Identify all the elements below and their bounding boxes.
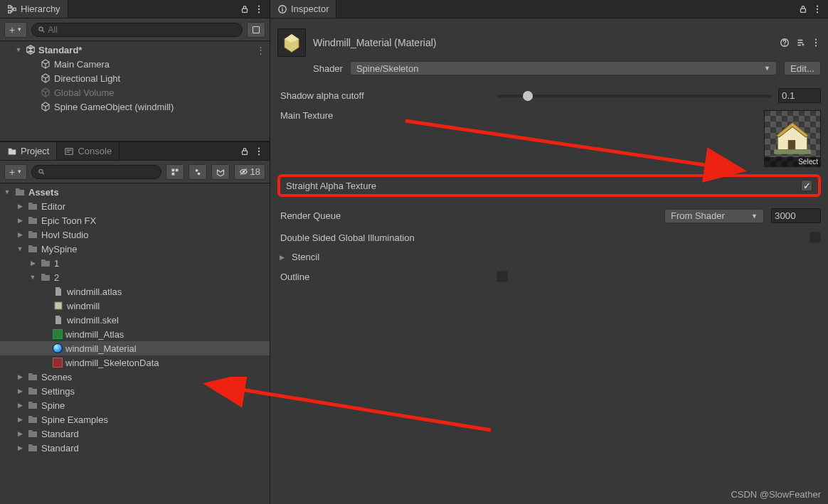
chevron-right-icon[interactable]: ▶ bbox=[16, 430, 24, 437]
assets-root-row[interactable]: ▼ Assets bbox=[0, 185, 270, 199]
shader-value: Spine/Skeleton bbox=[356, 63, 418, 74]
hierarchy-icon bbox=[7, 4, 17, 14]
project-item-label: MySpine bbox=[41, 244, 78, 254]
project-tab-bar: Project Console bbox=[0, 142, 270, 161]
hierarchy-item-label: Global Volume bbox=[54, 87, 115, 98]
hidden-button[interactable]: 18 bbox=[234, 164, 265, 180]
project-item[interactable]: ▶Scenes bbox=[0, 370, 270, 384]
project-item[interactable]: ▶Spine bbox=[0, 398, 270, 412]
shader-dropdown[interactable]: Spine/Skeleton ▼ bbox=[350, 61, 777, 75]
project-item-label: windmill_Atlas bbox=[65, 329, 124, 340]
svg-point-26 bbox=[817, 11, 818, 13]
project-item[interactable]: windmill bbox=[0, 299, 270, 313]
project-search[interactable] bbox=[31, 165, 161, 179]
chevron-right-icon[interactable]: ▶ bbox=[16, 203, 24, 210]
render-queue-input[interactable] bbox=[771, 208, 821, 223]
folder-icon bbox=[27, 200, 38, 212]
main-texture-slot[interactable]: Select bbox=[764, 110, 821, 167]
straight-alpha-checkbox[interactable]: ✓ bbox=[801, 180, 812, 191]
watermark: CSDN @SlowFeather bbox=[731, 489, 821, 500]
project-item[interactable]: windmill.skel bbox=[0, 313, 270, 327]
more-icon[interactable] bbox=[254, 146, 264, 156]
chevron-right-icon[interactable]: ▶ bbox=[16, 444, 24, 451]
project-item[interactable]: ▶1 bbox=[0, 256, 270, 270]
more-icon[interactable] bbox=[811, 38, 821, 48]
chevron-down-icon[interactable]: ▼ bbox=[3, 188, 11, 195]
add-button[interactable]: +▼ bbox=[4, 164, 27, 180]
svg-rect-23 bbox=[801, 9, 806, 12]
search-by-type-button[interactable] bbox=[166, 164, 184, 180]
add-button[interactable]: +▼ bbox=[4, 22, 27, 38]
tab-console[interactable]: Console bbox=[57, 142, 120, 160]
hierarchy-item[interactable]: Main Camera bbox=[0, 57, 270, 71]
shadow-cutoff-slider[interactable] bbox=[498, 95, 771, 97]
edit-button[interactable]: Edit... bbox=[784, 61, 821, 75]
gameobject-icon bbox=[40, 87, 51, 98]
project-item[interactable]: windmill.atlas bbox=[0, 284, 270, 299]
material-thumbnail[interactable] bbox=[277, 28, 306, 57]
project-item[interactable]: windmill_Material bbox=[0, 341, 270, 355]
more-icon[interactable] bbox=[812, 4, 822, 14]
chevron-down-icon[interactable]: ▼ bbox=[16, 245, 24, 252]
tab-hierarchy[interactable]: Hierarchy bbox=[0, 0, 68, 18]
tab-project[interactable]: Project bbox=[0, 142, 57, 160]
search-by-label-button[interactable] bbox=[189, 164, 207, 180]
gameobject-icon bbox=[40, 101, 51, 112]
project-item[interactable]: ▶Spine Examples bbox=[0, 412, 270, 427]
render-queue-dropdown[interactable]: From Shader ▼ bbox=[664, 209, 764, 223]
lock-icon[interactable] bbox=[240, 146, 250, 156]
double-sided-label: Double Sided Global Illumination bbox=[277, 232, 802, 243]
hierarchy-search[interactable] bbox=[31, 23, 243, 37]
chevron-right-icon[interactable]: ▶ bbox=[277, 254, 286, 261]
stencil-section[interactable]: ▶ Stencil bbox=[277, 247, 821, 267]
scene-row[interactable]: ▼ Standard* ⋮ bbox=[0, 43, 270, 57]
help-icon[interactable] bbox=[780, 38, 790, 48]
tab-console-label: Console bbox=[78, 146, 112, 156]
project-item-label: 1 bbox=[54, 258, 59, 269]
search-scope-button[interactable] bbox=[247, 22, 265, 38]
tab-hierarchy-label: Hierarchy bbox=[21, 4, 60, 14]
project-item[interactable]: ▶Standard bbox=[0, 427, 270, 441]
prefab-icon bbox=[53, 300, 64, 311]
project-item[interactable]: ▶Settings bbox=[0, 384, 270, 398]
shadow-cutoff-input[interactable] bbox=[778, 88, 821, 103]
chevron-right-icon[interactable]: ▶ bbox=[16, 231, 24, 238]
chevron-down-icon[interactable]: ▼ bbox=[28, 274, 37, 281]
tab-project-label: Project bbox=[21, 146, 49, 156]
project-item[interactable]: ▶Editor bbox=[0, 199, 270, 213]
lock-icon[interactable] bbox=[240, 4, 250, 14]
project-item[interactable]: windmill_Atlas bbox=[0, 327, 270, 341]
project-search-input[interactable] bbox=[48, 167, 154, 177]
more-icon[interactable] bbox=[254, 4, 264, 14]
chevron-right-icon[interactable]: ▶ bbox=[16, 387, 24, 395]
scene-menu-icon[interactable]: ⋮ bbox=[256, 45, 265, 55]
project-item[interactable]: ▼MySpine bbox=[0, 242, 270, 256]
lock-icon[interactable] bbox=[798, 4, 808, 14]
outline-checkbox[interactable] bbox=[497, 271, 508, 282]
hierarchy-search-input[interactable] bbox=[48, 25, 236, 35]
project-item[interactable]: ▶Epic Toon FX bbox=[0, 213, 270, 227]
chevron-right-icon[interactable]: ▶ bbox=[16, 416, 24, 423]
atlas-icon bbox=[53, 329, 63, 339]
save-search-button[interactable] bbox=[211, 164, 230, 180]
hierarchy-item[interactable]: Spine GameObject (windmill) bbox=[0, 100, 270, 114]
material-header: Windmill_Material (Material) bbox=[277, 24, 821, 60]
hierarchy-item[interactable]: Global Volume bbox=[0, 85, 270, 100]
search-icon bbox=[38, 26, 45, 33]
tab-inspector[interactable]: Inspector bbox=[270, 0, 336, 18]
project-item[interactable]: windmill_SkeletonData bbox=[0, 355, 270, 370]
chevron-down-icon[interactable]: ▼ bbox=[14, 46, 23, 53]
chevron-down-icon: ▼ bbox=[764, 65, 770, 72]
preset-icon[interactable] bbox=[795, 38, 805, 48]
project-item[interactable]: ▶Standard bbox=[0, 441, 270, 455]
chevron-right-icon[interactable]: ▶ bbox=[16, 217, 24, 224]
chevron-right-icon[interactable]: ▶ bbox=[16, 373, 24, 380]
project-item[interactable]: ▼2 bbox=[0, 270, 270, 284]
double-sided-checkbox[interactable] bbox=[810, 232, 821, 243]
chevron-right-icon[interactable]: ▶ bbox=[28, 259, 37, 267]
project-item[interactable]: ▶Hovl Studio bbox=[0, 227, 270, 242]
slider-thumb[interactable] bbox=[523, 91, 533, 101]
svg-point-33 bbox=[815, 45, 817, 46]
chevron-right-icon[interactable]: ▶ bbox=[16, 402, 24, 409]
hierarchy-item[interactable]: Directional Light bbox=[0, 71, 270, 85]
